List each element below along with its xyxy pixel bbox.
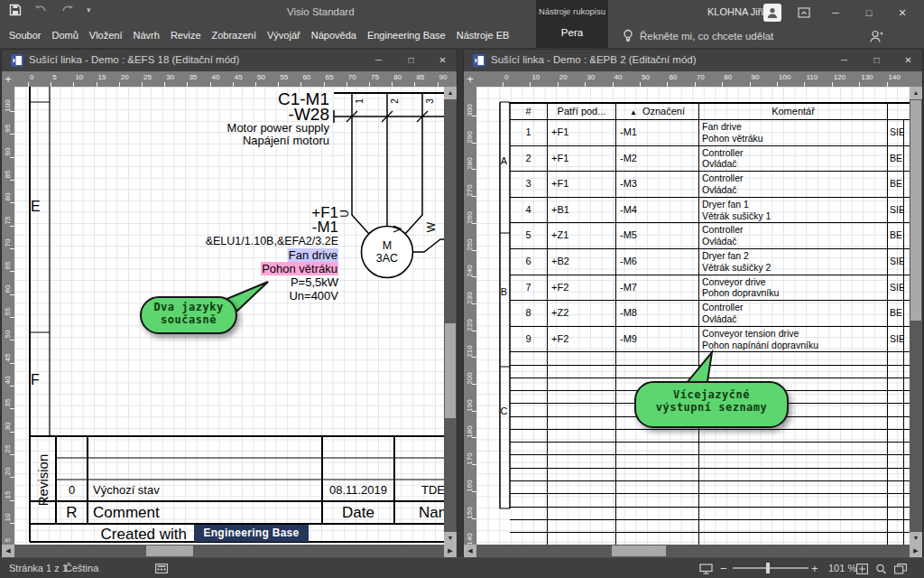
- page-indicator[interactable]: Stránka 1 z 1: [9, 563, 68, 573]
- zoom-window-icon[interactable]: [875, 564, 887, 574]
- left-vertical-scrollbar[interactable]: ▲ ▼: [444, 87, 457, 545]
- fit-page-icon[interactable]: [856, 564, 868, 574]
- left-horizontal-scrollbar[interactable]: ◀ ▶: [2, 545, 457, 557]
- scrollbar-thumb[interactable]: [146, 545, 193, 556]
- left-window-close-button[interactable]: ✕: [429, 50, 457, 71]
- scrollbar-thumb[interactable]: [910, 100, 921, 321]
- scroll-up-button[interactable]: ▲: [444, 87, 457, 99]
- ribbon-tab-dom-[interactable]: Domů: [46, 25, 83, 48]
- scroll-down-button[interactable]: ▼: [910, 532, 922, 545]
- quick-access-toolbar: ▾: [9, 4, 91, 16]
- switch-windows-icon[interactable]: [894, 564, 907, 574]
- right-window-minimize-button[interactable]: ─: [830, 50, 858, 71]
- scroll-down-button[interactable]: ▼: [444, 532, 457, 545]
- tab-pera[interactable]: Pera: [536, 27, 608, 38]
- parts-list-row-5[interactable]: 5+Z1-M5ControllerOvládačBE: [510, 223, 910, 249]
- parts-list-empty-row[interactable]: [510, 455, 910, 468]
- ribbon-display-options-icon[interactable]: [798, 7, 810, 18]
- parts-list-canvas[interactable]: #Patří pod...▲OznačeníKomentář1+F1-M1Fan…: [476, 87, 910, 545]
- right-vertical-scrollbar[interactable]: ▲ ▼: [910, 87, 922, 545]
- ruler-label: 240: [466, 260, 475, 282]
- left-window-minimize-button[interactable]: ─: [365, 50, 393, 71]
- parts-list-empty-row[interactable]: [510, 430, 910, 443]
- callout-multilingual-lists[interactable]: Vícejazyčné výstupní seznamy: [634, 347, 801, 430]
- right-window-maximize-button[interactable]: □: [863, 50, 891, 71]
- ribbon-tab-engineering-base[interactable]: Engineering Base: [362, 25, 451, 48]
- zoom-out-button[interactable]: −: [720, 562, 727, 575]
- scrollbar-thumb[interactable]: [445, 323, 456, 418]
- share-person-icon[interactable]: [869, 30, 883, 43]
- callout-two-languages[interactable]: Dva jazyky současně: [140, 280, 289, 334]
- presentation-mode-icon[interactable]: [699, 564, 713, 574]
- ribbon-tab-vlo-en-[interactable]: Vložení: [84, 25, 128, 48]
- comment-en: Controller: [702, 147, 887, 159]
- undo-icon[interactable]: [34, 5, 48, 15]
- parts-list-empty-row[interactable]: [510, 508, 910, 520]
- parts-list-row-3[interactable]: 3+F1-M3ControllerOvládačBE: [510, 172, 910, 198]
- zoom-in-button[interactable]: +: [811, 562, 818, 575]
- cell-comment: Dryer fan 2Větrák sušičky 2: [699, 249, 888, 275]
- ribbon-tab-revize[interactable]: Revize: [165, 25, 207, 48]
- scroll-right-button[interactable]: ▶: [444, 545, 457, 557]
- motor-symbol-letter[interactable]: M: [362, 239, 412, 252]
- user-avatar[interactable]: [763, 4, 781, 22]
- parts-list-empty-row[interactable]: [510, 443, 910, 455]
- parts-list-row-1[interactable]: 1+F1-M1Fan drivePohon větrákuSIE: [510, 120, 910, 146]
- empty-cell: [510, 430, 548, 443]
- qat-customize-caret-icon[interactable]: ▾: [87, 5, 91, 14]
- cell-manufacturer: SIE: [888, 249, 904, 275]
- parts-list-row-7[interactable]: 7+F2-M7Conveyor drivePohon dopravníkuSIE: [510, 275, 910, 302]
- schematic-drawing-canvas[interactable]: C1-M1 -W28 Motor power supply Napájení m…: [14, 87, 444, 545]
- right-window-titlebar[interactable]: Sušící linka - Demo : &EPB 2 (Editační m…: [464, 50, 922, 72]
- tell-me-box[interactable]: Řekněte mi, co chcete udělat: [623, 29, 773, 42]
- scroll-left-button[interactable]: ◀: [2, 545, 14, 557]
- cell-number: 7: [510, 275, 548, 302]
- left-window-titlebar[interactable]: Sušící linka - Demo : &EFS 18 (Editační …: [2, 50, 457, 72]
- ribbon-tab-n-vrh[interactable]: Návrh: [128, 25, 165, 48]
- scroll-left-button[interactable]: ◀: [464, 545, 476, 557]
- ruler-label: 40: [614, 73, 623, 81]
- app-close-button[interactable]: ✕: [888, 0, 917, 25]
- ribbon-tab-v-voj-[interactable]: Vývojář: [262, 25, 306, 48]
- parts-list-row-8[interactable]: 8+Z2-M8ControllerOvládačBE: [510, 301, 910, 327]
- ribbon-tab-n-pov-da[interactable]: Nápověda: [306, 25, 362, 48]
- cable-label-block[interactable]: C1-M1 -W28 Motor power supply Napájení m…: [227, 91, 329, 147]
- zoom-slider-thumb[interactable]: [766, 563, 770, 573]
- ruler-label: 65: [4, 255, 13, 276]
- contextual-group-label: Nástroje rukopisu: [536, 6, 608, 16]
- parts-list-empty-row[interactable]: [510, 469, 910, 481]
- parts-list-empty-row[interactable]: [510, 533, 910, 545]
- parts-list-row-6[interactable]: 6+B2-M6Dryer fan 2Větrák sušičky 2SIE: [510, 249, 910, 275]
- parts-list-empty-row[interactable]: [510, 481, 910, 494]
- cell-designation: -M1: [616, 120, 699, 146]
- app-minimize-button[interactable]: ─: [821, 0, 850, 25]
- zone-label-E: E: [31, 199, 41, 215]
- parts-list-empty-row[interactable]: [510, 494, 910, 507]
- user-name[interactable]: KLOHNA Jiří: [707, 6, 763, 17]
- ribbon-tab-zobrazen-[interactable]: Zobrazení: [207, 25, 263, 48]
- parts-list-empty-row[interactable]: [510, 520, 910, 533]
- revision-side-label: Revision: [35, 454, 51, 507]
- revision-column[interactable]: Revision: [30, 436, 56, 524]
- parts-list-row-2[interactable]: 2+F1-M2ControllerOvládačBE: [510, 146, 910, 172]
- scroll-right-button[interactable]: ▶: [910, 545, 922, 557]
- datasheet-icon[interactable]: [155, 564, 168, 573]
- zoom-slider-track[interactable]: [733, 567, 808, 569]
- scrollbar-thumb[interactable]: [612, 545, 666, 556]
- cell-number: 4: [510, 198, 548, 224]
- ribbon-tab-soubor[interactable]: Soubor: [4, 25, 46, 48]
- left-window-maximize-button[interactable]: □: [397, 50, 425, 71]
- right-horizontal-scrollbar[interactable]: ◀ ▶: [464, 545, 922, 557]
- right-window-close-button[interactable]: ✕: [894, 50, 922, 71]
- parts-list-header-row[interactable]: #Patří pod...▲OznačeníKomentář: [510, 104, 910, 120]
- ribbon-tab-n-stroje-eb[interactable]: Nástroje EB: [451, 25, 515, 48]
- language-indicator[interactable]: Čeština: [65, 563, 98, 573]
- contextual-tab-group: Nástroje rukopisu Pera: [536, 0, 608, 48]
- save-icon[interactable]: [9, 4, 22, 16]
- zoom-level[interactable]: 101 %: [828, 563, 856, 573]
- document-window-parts-list: Sušící linka - Demo : &EPB 2 (Editační m…: [464, 50, 922, 557]
- app-maximize-button[interactable]: □: [855, 0, 883, 25]
- parts-list-row-4[interactable]: 4+B1-M4Dryer fan 1Větrák sušičky 1SIE: [510, 198, 910, 224]
- redo-icon[interactable]: [60, 5, 74, 15]
- scroll-up-button[interactable]: ▲: [910, 87, 922, 99]
